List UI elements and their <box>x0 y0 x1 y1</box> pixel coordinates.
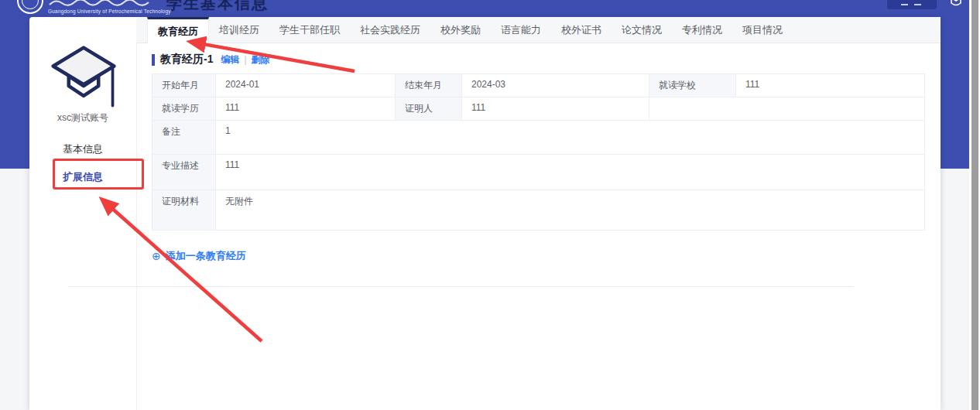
account-name: xsc测试账号 <box>29 111 136 125</box>
proof-value: 无附件 <box>216 190 925 231</box>
university-name-en: Guangdong University of Petrochemical Te… <box>48 9 180 14</box>
sidebar-item-basic-info[interactable]: 基本信息 <box>29 142 136 156</box>
tab-student-cadre[interactable]: 学生干部任职 <box>269 17 350 43</box>
tab-external-awards[interactable]: 校外奖励 <box>430 17 491 43</box>
witness-label: 证明人 <box>396 97 462 121</box>
degree-value: 111 <box>216 97 396 121</box>
university-logo-icon <box>17 0 43 14</box>
major-value: 111 <box>216 155 925 190</box>
content-card: xsc测试账号 基本信息 扩展信息 教育经历 培训经历 学生干部任职 社会实践经… <box>29 17 941 410</box>
content-bottom-border <box>68 286 854 287</box>
tab-content: 教育经历-1 编辑 | 删除 开始年月 2024-01 结束年月 2024-03… <box>136 43 941 263</box>
empty-cell <box>649 97 925 121</box>
link-separator: | <box>244 54 246 65</box>
top-navbar: Guangdong University of Petrochemical Te… <box>0 0 969 17</box>
section-accent-bar <box>152 54 155 66</box>
remark-label: 备注 <box>152 121 216 155</box>
tab-bar: 教育经历 培训经历 学生干部任职 社会实践经历 校外奖励 语言能力 校外证书 论… <box>136 17 941 43</box>
tab-social-practice[interactable]: 社会实践经历 <box>350 17 430 43</box>
school-label: 就读学校 <box>649 74 736 97</box>
tab-external-certificates[interactable]: 校外证书 <box>551 17 612 43</box>
tab-papers[interactable]: 论文情况 <box>612 17 672 43</box>
education-record-table: 开始年月 2024-01 结束年月 2024-03 就读学校 111 就读学历 … <box>152 73 925 231</box>
add-education-row[interactable]: ⊕ 添加一条教育经历 <box>152 249 925 263</box>
table-row: 证明材料 无附件 <box>152 190 925 231</box>
section-title: 教育经历-1 <box>160 53 213 67</box>
proof-label: 证明材料 <box>152 190 216 231</box>
navbar-cap-icon[interactable] <box>947 0 965 9</box>
university-name-calligraphy <box>48 0 164 8</box>
degree-label: 就读学历 <box>152 97 216 121</box>
delete-link[interactable]: 删除 <box>252 53 270 67</box>
tab-language-ability[interactable]: 语言能力 <box>491 17 551 43</box>
table-row: 就读学历 111 证明人 111 <box>152 97 925 121</box>
witness-value: 111 <box>462 97 649 121</box>
table-row: 专业描述 111 <box>152 155 925 190</box>
sidebar: xsc测试账号 基本信息 扩展信息 <box>29 17 136 410</box>
table-row: 开始年月 2024-01 结束年月 2024-03 就读学校 111 <box>152 74 925 97</box>
tab-education[interactable]: 教育经历 <box>147 17 209 43</box>
start-date-label: 开始年月 <box>152 74 216 97</box>
scrollbar-thumb[interactable] <box>971 0 978 410</box>
end-date-value: 2024-03 <box>462 74 649 97</box>
section-header: 教育经历-1 编辑 | 删除 <box>152 53 925 67</box>
add-icon: ⊕ <box>152 251 161 261</box>
sidebar-item-extended-info[interactable]: 扩展信息 <box>29 170 136 184</box>
add-education-link[interactable]: 添加一条教育经历 <box>166 249 246 263</box>
graduation-cap-icon <box>48 45 119 111</box>
vertical-scrollbar[interactable] <box>969 0 980 410</box>
school-value: 111 <box>736 74 925 97</box>
main-panel: 教育经历 培训经历 学生干部任职 社会实践经历 校外奖励 语言能力 校外证书 论… <box>136 17 941 410</box>
edit-link[interactable]: 编辑 <box>221 53 239 67</box>
start-date-value: 2024-01 <box>216 74 396 97</box>
table-row: 备注 1 <box>152 121 925 155</box>
page-title: 学生基本信息 <box>166 0 269 14</box>
navbar-button[interactable] <box>887 0 937 9</box>
tab-patents[interactable]: 专利情况 <box>672 17 732 43</box>
end-date-label: 结束年月 <box>396 74 462 97</box>
tab-training[interactable]: 培训经历 <box>209 17 269 43</box>
tab-projects[interactable]: 项目情况 <box>732 17 793 43</box>
remark-value: 1 <box>216 121 925 155</box>
major-label: 专业描述 <box>152 155 216 190</box>
